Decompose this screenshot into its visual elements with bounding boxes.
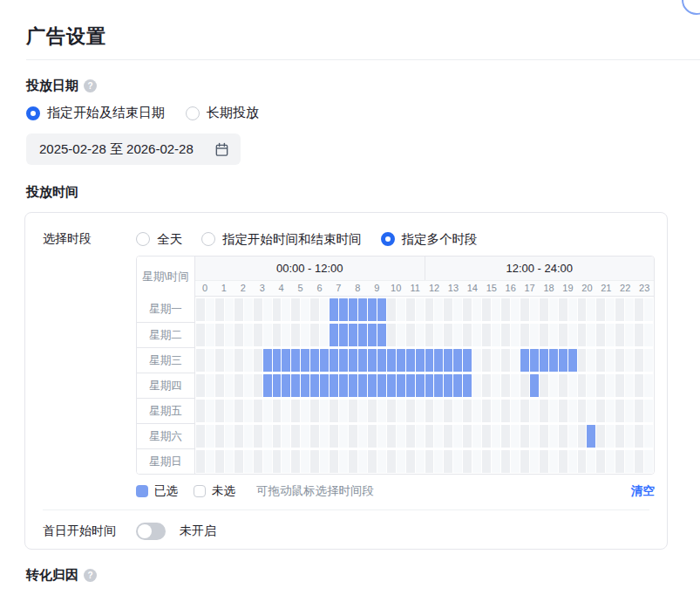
grid-cell-selected[interactable] — [282, 374, 290, 397]
grid-cell-selected[interactable] — [368, 324, 377, 346]
grid-cell[interactable] — [425, 298, 434, 321]
grid-cell[interactable] — [559, 374, 567, 397]
grid-cell[interactable] — [301, 425, 309, 448]
grid-cell[interactable] — [615, 298, 624, 321]
grid-cell-selected[interactable] — [425, 374, 434, 397]
grid-cell-selected[interactable] — [444, 374, 452, 397]
grid-cell[interactable] — [615, 349, 624, 372]
grid-cell-selected[interactable] — [425, 349, 434, 372]
grid-cell[interactable] — [492, 298, 500, 321]
grid-cell-selected[interactable] — [368, 349, 377, 372]
grid-cell[interactable] — [434, 450, 443, 473]
grid-cell-selected[interactable] — [406, 349, 415, 372]
grid-cell[interactable] — [463, 400, 472, 422]
grid-cell[interactable] — [225, 425, 234, 448]
grid-cell[interactable] — [606, 450, 615, 473]
grid-cell[interactable] — [511, 374, 520, 397]
grid-cell[interactable] — [254, 349, 262, 372]
calendar-icon[interactable] — [214, 142, 229, 157]
grid-cell[interactable] — [492, 374, 500, 397]
grid-cell[interactable] — [234, 349, 243, 372]
grid-cell[interactable] — [511, 400, 520, 422]
grid-cell[interactable] — [549, 298, 558, 321]
grid-cell[interactable] — [578, 324, 587, 346]
radio-option[interactable]: 指定多个时段 — [381, 231, 478, 248]
grid-cell[interactable] — [387, 324, 396, 346]
grid-cell[interactable] — [644, 324, 653, 346]
grid-cell[interactable] — [310, 324, 319, 346]
grid-cell[interactable] — [301, 298, 309, 321]
grid-cell[interactable] — [540, 298, 548, 321]
grid-cell[interactable] — [301, 400, 309, 422]
grid-cell[interactable] — [596, 298, 605, 321]
grid-cell[interactable] — [330, 425, 338, 448]
grid-cell-selected[interactable] — [301, 349, 309, 372]
grid-cell[interactable] — [273, 450, 282, 473]
grid-cell[interactable] — [520, 400, 529, 422]
grid-cell[interactable] — [244, 324, 253, 346]
grid-cell[interactable] — [368, 450, 377, 473]
grid-cell[interactable] — [215, 450, 224, 473]
grid-cell[interactable] — [568, 425, 577, 448]
grid-cell[interactable] — [244, 425, 253, 448]
grid-cell[interactable] — [406, 450, 415, 473]
grid-cell-selected[interactable] — [397, 349, 405, 372]
grid-cell[interactable] — [273, 425, 282, 448]
grid-cell-selected[interactable] — [320, 374, 329, 397]
grid-cell[interactable] — [596, 324, 605, 346]
grid-cell[interactable] — [434, 298, 443, 321]
grid-cell[interactable] — [234, 400, 243, 422]
radio-option[interactable]: 全天 — [136, 231, 182, 248]
grid-cell[interactable] — [492, 425, 500, 448]
grid-cell-selected[interactable] — [310, 374, 319, 397]
grid-cell[interactable] — [215, 349, 224, 372]
grid-cell[interactable] — [625, 298, 634, 321]
grid-cell[interactable] — [587, 400, 595, 422]
grid-cell[interactable] — [511, 425, 520, 448]
grid-cell[interactable] — [310, 425, 319, 448]
radio-unselected-icon[interactable] — [186, 106, 200, 120]
grid-cell[interactable] — [273, 324, 282, 346]
grid-cell[interactable] — [339, 425, 348, 448]
grid-cell[interactable] — [587, 374, 595, 397]
grid-cell[interactable] — [635, 400, 643, 422]
grid-cell[interactable] — [606, 400, 615, 422]
grid-cell[interactable] — [444, 450, 452, 473]
grid-cell[interactable] — [434, 324, 443, 346]
grid-cell[interactable] — [273, 298, 282, 321]
grid-cell[interactable] — [368, 400, 377, 422]
grid-cell[interactable] — [234, 298, 243, 321]
grid-cell-selected[interactable] — [349, 349, 357, 372]
radio-option[interactable]: 指定开始及结束日期 — [26, 105, 165, 121]
grid-cell[interactable] — [578, 400, 587, 422]
grid-cell-selected[interactable] — [587, 425, 595, 448]
grid-cell[interactable] — [549, 374, 558, 397]
grid-cell[interactable] — [320, 324, 329, 346]
grid-cell[interactable] — [387, 450, 396, 473]
grid-cell[interactable] — [511, 349, 520, 372]
grid-cell[interactable] — [587, 450, 595, 473]
grid-cell[interactable] — [615, 425, 624, 448]
grid-cell[interactable] — [234, 324, 243, 346]
grid-cell[interactable] — [339, 400, 348, 422]
grid-cell[interactable] — [540, 425, 548, 448]
grid-cell[interactable] — [482, 298, 491, 321]
grid-cell[interactable] — [635, 450, 643, 473]
grid-cell-selected[interactable] — [387, 349, 396, 372]
grid-cell[interactable] — [453, 298, 462, 321]
grid-cell[interactable] — [406, 298, 415, 321]
help-icon[interactable]: ? — [84, 569, 97, 582]
grid-cell[interactable] — [501, 298, 510, 321]
grid-cell[interactable] — [635, 349, 643, 372]
grid-cell[interactable] — [397, 324, 405, 346]
grid-cell[interactable] — [368, 425, 377, 448]
grid-cell[interactable] — [644, 298, 653, 321]
grid-cell[interactable] — [291, 425, 300, 448]
grid-cell[interactable] — [482, 374, 491, 397]
grid-cell[interactable] — [453, 324, 462, 346]
grid-cell-selected[interactable] — [377, 349, 386, 372]
radio-selected-icon[interactable] — [381, 232, 395, 246]
grid-cell[interactable] — [644, 450, 653, 473]
grid-cell[interactable] — [625, 349, 634, 372]
grid-cell[interactable] — [377, 450, 386, 473]
